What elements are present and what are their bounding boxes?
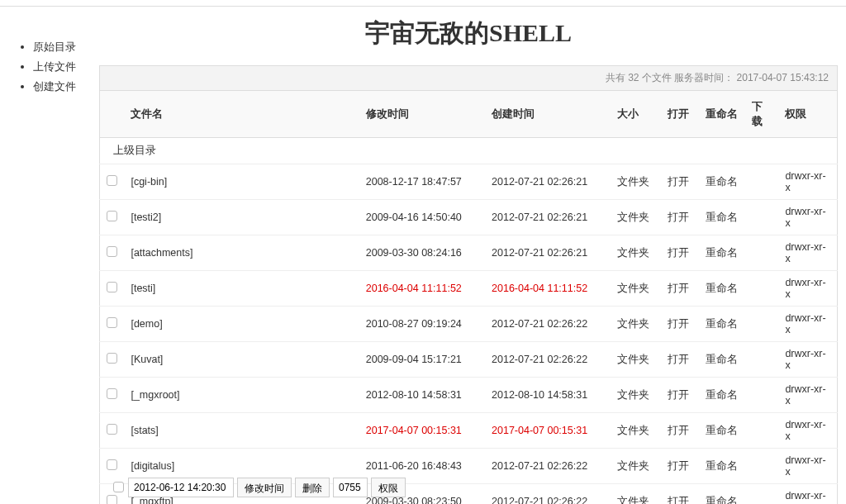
action-open[interactable]: 打开 [661,235,699,271]
table-row: [_mgxroot]2012-08-10 14:58:312012-08-10 … [100,378,838,413]
action-open[interactable]: 打开 [661,413,699,449]
action-rename[interactable]: 重命名 [699,271,745,307]
header-size[interactable]: 大小 [611,91,661,138]
action-download [745,235,779,271]
file-ctime: 2012-07-21 02:26:22 [485,307,611,342]
file-name[interactable]: [demo] [124,307,359,342]
action-open[interactable]: 打开 [661,164,699,200]
header-mtime[interactable]: 修改时间 [359,91,485,138]
header-name[interactable]: 文件名 [124,91,359,138]
file-name[interactable]: [attachments] [124,235,359,271]
table-row: [Kuvat]2009-09-04 15:17:212012-07-21 02:… [100,342,838,378]
action-open[interactable]: 打开 [661,378,699,413]
file-mtime: 2016-04-04 11:11:52 [359,271,485,307]
file-name[interactable]: [testi2] [124,200,359,235]
bottom-row-checkbox[interactable] [113,482,124,492]
page-title: 宇宙无敌的SHELL [99,7,838,65]
container: 原始目录 上传文件 创建文件 宇宙无敌的SHELL 共有 32 个文件 服务器时… [0,7,846,504]
file-size: 文件夹 [611,164,661,200]
sidebar: 原始目录 上传文件 创建文件 [0,7,99,504]
parent-dir-label[interactable]: 上级目录 [100,138,838,164]
table-row: [demo]2010-08-27 09:19:242012-07-21 02:2… [100,307,838,342]
action-open[interactable]: 打开 [661,200,699,235]
sidebar-item-upload[interactable]: 上传文件 [33,59,91,74]
file-perm[interactable]: drwxr-xr-x [778,307,837,342]
file-perm[interactable]: drwxr-xr-x [778,235,837,271]
action-open[interactable]: 打开 [661,307,699,342]
row-checkbox[interactable] [107,459,117,470]
action-open[interactable]: 打开 [661,271,699,307]
file-name[interactable]: [_mgxroot] [124,378,359,413]
file-perm[interactable]: drwxr-xr-x [778,378,837,413]
action-rename[interactable]: 重命名 [699,449,745,484]
file-mtime: 2008-12-17 18:47:57 [359,164,485,200]
status-bar: 共有 32 个文件 服务器时间： 2017-04-07 15:43:12 [99,65,838,91]
action-open[interactable]: 打开 [661,449,699,484]
row-checkbox[interactable] [107,495,117,504]
file-perm[interactable]: drwxr-xr-x [778,342,837,378]
file-ctime: 2012-07-21 02:26:22 [485,449,611,484]
action-rename[interactable]: 重命名 [699,484,745,505]
action-rename[interactable]: 重命名 [699,164,745,200]
action-rename[interactable]: 重命名 [699,307,745,342]
row-checkbox[interactable] [107,424,117,435]
table-header-row: 文件名 修改时间 创建时间 大小 打开 重命名 下载 权限 [100,91,838,138]
row-checkbox[interactable] [107,388,117,399]
sidebar-item-original-dir[interactable]: 原始目录 [33,40,91,55]
row-checkbox[interactable] [107,353,117,364]
action-open[interactable]: 打开 [661,484,699,505]
status-prefix: 共有 [606,72,625,83]
file-ctime: 2012-07-21 02:26:22 [485,484,611,505]
action-download [745,413,779,449]
parent-dir-row[interactable]: 上级目录 [100,138,838,164]
btn-change-perm[interactable]: 权限 [371,478,406,497]
file-mtime: 2012-08-10 14:58:31 [359,378,485,413]
perm-input[interactable] [333,478,368,497]
row-checkbox[interactable] [107,175,117,186]
file-perm[interactable]: drwxr-xr-x [778,484,837,505]
file-ctime: 2012-07-21 02:26:21 [485,200,611,235]
file-size: 文件夹 [611,342,661,378]
header-ctime[interactable]: 创建时间 [485,91,611,138]
sidebar-item-create[interactable]: 创建文件 [33,79,91,94]
file-mtime: 2009-09-04 15:17:21 [359,342,485,378]
file-ctime: 2012-07-21 02:26:21 [485,164,611,200]
row-checkbox[interactable] [107,317,117,328]
file-perm[interactable]: drwxr-xr-x [778,271,837,307]
bottom-toolbar: 修改时间 删除 权限 [128,478,406,497]
file-name[interactable]: [Kuvat] [124,342,359,378]
table-row: [attachments]2009-03-30 08:24:162012-07-… [100,235,838,271]
row-checkbox[interactable] [107,211,117,221]
file-mtime: 2017-04-07 00:15:31 [359,413,485,449]
file-name[interactable]: [testi] [124,271,359,307]
mtime-input[interactable] [128,478,234,497]
action-rename[interactable]: 重命名 [699,200,745,235]
action-rename[interactable]: 重命名 [699,235,745,271]
action-open[interactable]: 打开 [661,342,699,378]
header-open: 打开 [661,91,699,138]
header-perm: 权限 [778,91,837,138]
row-checkbox[interactable] [107,282,117,292]
btn-delete[interactable]: 删除 [295,478,330,497]
action-download [745,200,779,235]
file-perm[interactable]: drwxr-xr-x [778,449,837,484]
file-perm[interactable]: drwxr-xr-x [778,200,837,235]
btn-change-mtime[interactable]: 修改时间 [237,478,292,497]
file-name[interactable]: [cgi-bin] [124,164,359,200]
file-size: 文件夹 [611,484,661,505]
table-row: [testi]2016-04-04 11:11:522016-04-04 11:… [100,271,838,307]
action-rename[interactable]: 重命名 [699,378,745,413]
file-mtime: 2009-03-30 08:24:16 [359,235,485,271]
file-perm[interactable]: drwxr-xr-x [778,413,837,449]
action-rename[interactable]: 重命名 [699,342,745,378]
file-size: 文件夹 [611,235,661,271]
file-ctime: 2017-04-07 00:15:31 [485,413,611,449]
action-download [745,307,779,342]
row-checkbox[interactable] [107,246,117,257]
action-rename[interactable]: 重命名 [699,413,745,449]
file-name[interactable]: [stats] [124,413,359,449]
file-size: 文件夹 [611,200,661,235]
file-ctime: 2012-07-21 02:26:21 [485,235,611,271]
table-row: [cgi-bin]2008-12-17 18:47:572012-07-21 0… [100,164,838,200]
file-perm[interactable]: drwxr-xr-x [778,164,837,200]
